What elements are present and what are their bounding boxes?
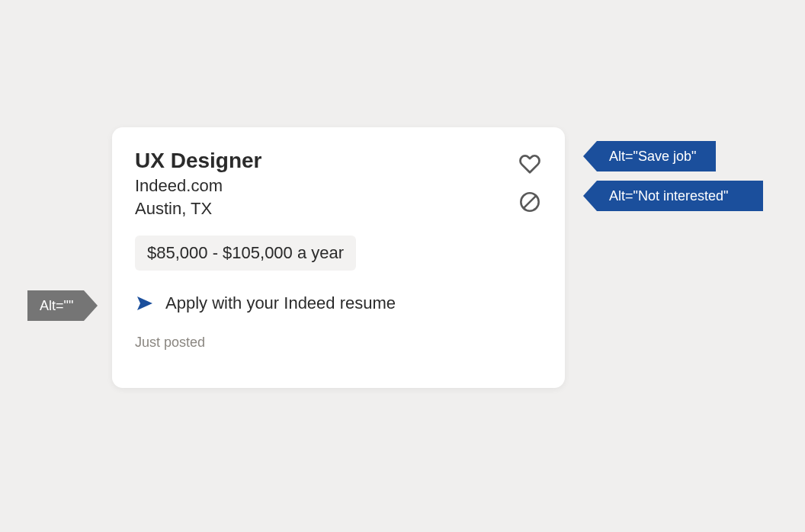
card-header: UX Designer Indeed.com Austin, TX <box>135 149 542 219</box>
action-icons <box>518 149 542 214</box>
diagram-canvas: UX Designer Indeed.com Austin, TX <box>0 0 805 532</box>
apply-text: Apply with your Indeed resume <box>165 293 396 313</box>
save-job-button[interactable] <box>518 152 542 176</box>
apply-row[interactable]: Apply with your Indeed resume <box>135 293 542 313</box>
send-icon <box>135 294 155 312</box>
heart-icon <box>518 153 541 175</box>
callout-empty-alt: Alt="" <box>27 290 84 321</box>
callout-save-job: Alt="Save job" <box>597 141 716 171</box>
job-card: UX Designer Indeed.com Austin, TX <box>112 127 565 388</box>
callout-not-interested: Alt="Not interested" <box>597 181 763 211</box>
block-icon <box>519 191 540 213</box>
job-title: UX Designer <box>135 149 262 173</box>
job-info: UX Designer Indeed.com Austin, TX <box>135 149 262 219</box>
svg-line-1 <box>524 196 536 208</box>
not-interested-button[interactable] <box>518 190 542 214</box>
salary-pill: $85,000 - $105,000 a year <box>135 236 356 271</box>
job-location: Austin, TX <box>135 199 262 219</box>
posted-time: Just posted <box>135 335 542 351</box>
company-name: Indeed.com <box>135 176 262 196</box>
